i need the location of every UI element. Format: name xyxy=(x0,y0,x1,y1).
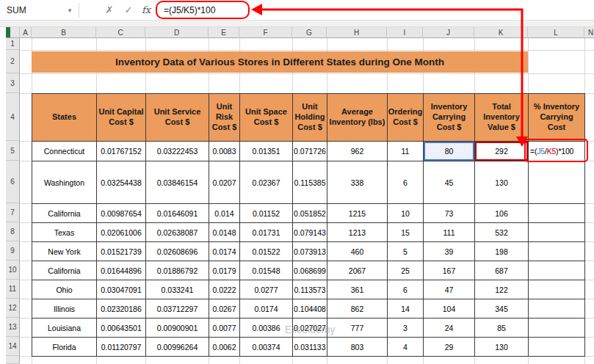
cell-J11[interactable]: 47 xyxy=(424,280,475,299)
cell-F5[interactable]: 0.01351 xyxy=(240,142,293,161)
cell-J5-ref-highlight[interactable]: 80 xyxy=(424,142,475,161)
cell-F12[interactable]: 0.0174 xyxy=(240,299,293,318)
row-header-15-partial[interactable] xyxy=(6,356,20,364)
row-header-3[interactable]: 3 xyxy=(6,73,20,93)
insert-function-icon[interactable]: fx xyxy=(138,4,154,15)
cell-I11[interactable]: 6 xyxy=(388,280,424,299)
row-header-8[interactable]: 8 xyxy=(6,222,20,241)
cell-D13[interactable]: 0.00900901 xyxy=(146,318,209,338)
col-header-E[interactable]: E xyxy=(209,27,239,38)
cell-K8[interactable]: 532 xyxy=(475,223,529,242)
cell-G11[interactable]: 0.113573 xyxy=(293,280,327,299)
row-header-2[interactable]: 2 xyxy=(6,50,20,73)
cell-F11[interactable]: 0.0277 xyxy=(240,280,293,299)
cell-B14[interactable]: Florida xyxy=(32,338,97,357)
col-header-N[interactable]: N xyxy=(584,27,594,38)
cell-B6[interactable]: Washington xyxy=(32,161,97,204)
cell-J14[interactable]: 29 xyxy=(424,338,475,357)
col-header-A[interactable]: A xyxy=(20,27,32,38)
cell-C6[interactable]: 0.03254438 xyxy=(97,161,146,204)
col-header-H[interactable]: H xyxy=(327,27,387,38)
cell-B11[interactable]: Ohio xyxy=(32,280,97,299)
title-cell[interactable]: Inventory Data of Various Stores in Diff… xyxy=(32,51,528,73)
cell-F8[interactable]: 0.01731 xyxy=(240,223,293,242)
enter-icon[interactable]: ✓ xyxy=(119,4,138,15)
col-header-K[interactable]: K xyxy=(474,27,528,38)
cell-C12[interactable]: 0.02320186 xyxy=(97,299,146,318)
cell-F4[interactable]: Unit Space Cost $ xyxy=(240,94,293,142)
cell-F7[interactable]: 0.01152 xyxy=(240,204,293,223)
cell-L5-formula[interactable]: =(J5/K5)*100 xyxy=(529,142,585,161)
cell-E14[interactable]: 0.0062 xyxy=(209,338,240,357)
cell-L11[interactable] xyxy=(529,280,585,299)
cell-H12[interactable]: 862 xyxy=(327,299,388,318)
cell-K14[interactable]: 130 xyxy=(475,338,529,357)
col-header-J[interactable]: J xyxy=(423,27,474,38)
cell-C14[interactable]: 0.01120797 xyxy=(97,338,146,357)
cell-K6[interactable]: 130 xyxy=(475,161,529,204)
cell-E6[interactable]: 0.0207 xyxy=(209,161,240,204)
cell-D11[interactable]: 0.033241 xyxy=(146,280,209,299)
cell-K13[interactable]: 85 xyxy=(475,318,529,338)
cell-J10[interactable]: 167 xyxy=(424,261,475,280)
cell-L9[interactable] xyxy=(529,242,585,261)
cell-K7[interactable]: 106 xyxy=(475,204,529,223)
cell-D10[interactable]: 0.01886792 xyxy=(146,261,209,280)
row-header-5[interactable]: 5 xyxy=(6,141,20,161)
cell-J8[interactable]: 111 xyxy=(424,223,475,242)
name-box-dropdown-icon[interactable]: ▾ xyxy=(63,7,76,14)
formula-input[interactable]: =(J5/K5)*100 xyxy=(164,5,215,15)
cell-H13[interactable]: 777 xyxy=(327,318,388,338)
col-header-D[interactable]: D xyxy=(145,27,209,38)
cell-G4[interactable]: Unit Holding Cost $ xyxy=(293,94,327,142)
row-header-4[interactable]: 4 xyxy=(6,93,20,141)
cell-L13[interactable] xyxy=(529,318,585,338)
cell-C5[interactable]: 0.01767152 xyxy=(97,142,146,161)
cell-D9[interactable]: 0.02608696 xyxy=(146,242,209,261)
cancel-icon[interactable]: ✗ xyxy=(100,4,119,15)
cell-I12[interactable]: 14 xyxy=(388,299,424,318)
row-header-10[interactable]: 10 xyxy=(6,261,20,280)
cell-B12[interactable]: Illinois xyxy=(32,299,97,318)
row-header-13[interactable]: 13 xyxy=(6,318,20,337)
cell-E11[interactable]: 0.0222 xyxy=(209,280,240,299)
cell-C13[interactable]: 0.00643501 xyxy=(97,318,146,338)
cell-H14[interactable]: 803 xyxy=(327,338,388,357)
cell-C4[interactable]: Unit Capital Cost $ xyxy=(97,94,146,142)
cell-H10[interactable]: 2067 xyxy=(327,261,388,280)
cell-K11[interactable]: 122 xyxy=(475,280,529,299)
col-header-B[interactable]: B xyxy=(32,27,96,38)
cell-K12[interactable]: 345 xyxy=(475,299,529,318)
cell-H7[interactable]: 1215 xyxy=(327,204,388,223)
name-box[interactable]: SUM xyxy=(0,5,63,15)
cell-G8[interactable]: 0.079143 xyxy=(293,223,327,242)
row-header-6[interactable]: 6 xyxy=(6,161,20,203)
cell-D6[interactable]: 0.03846154 xyxy=(146,161,209,204)
cell-L4[interactable]: % Inventory Carrying Cost xyxy=(529,94,585,142)
cell-H11[interactable]: 361 xyxy=(327,280,388,299)
cell-C9[interactable]: 0.01521739 xyxy=(97,242,146,261)
cell-D5[interactable]: 0.03222453 xyxy=(146,142,209,161)
cell-L14[interactable] xyxy=(529,338,585,357)
cell-J9[interactable]: 39 xyxy=(424,242,475,261)
cell-E13[interactable]: 0.0077 xyxy=(209,318,240,338)
cell-D7[interactable]: 0.01646091 xyxy=(146,204,209,223)
cell-L6[interactable] xyxy=(529,161,585,204)
cell-E5[interactable]: 0.0083 xyxy=(209,142,240,161)
cell-B7[interactable]: California xyxy=(32,204,97,223)
select-all-corner[interactable] xyxy=(6,27,20,38)
cell-G9[interactable]: 0.073913 xyxy=(293,242,327,261)
cell-I9[interactable]: 5 xyxy=(388,242,424,261)
cell-F10[interactable]: 0.01548 xyxy=(240,261,293,280)
cell-K10[interactable]: 687 xyxy=(475,261,529,280)
cell-B5[interactable]: Connecticut xyxy=(32,142,97,161)
cell-G10[interactable]: 0.068699 xyxy=(293,261,327,280)
cell-I5[interactable]: 11 xyxy=(388,142,424,161)
cell-E8[interactable]: 0.0148 xyxy=(209,223,240,242)
col-header-I[interactable]: I xyxy=(387,27,423,38)
row-header-12[interactable]: 12 xyxy=(6,299,20,318)
cell-L7[interactable] xyxy=(529,204,585,223)
cell-F6[interactable]: 0.02367 xyxy=(240,161,293,204)
cell-D14[interactable]: 0.00996264 xyxy=(146,338,209,357)
col-header-G[interactable]: G xyxy=(292,27,327,38)
